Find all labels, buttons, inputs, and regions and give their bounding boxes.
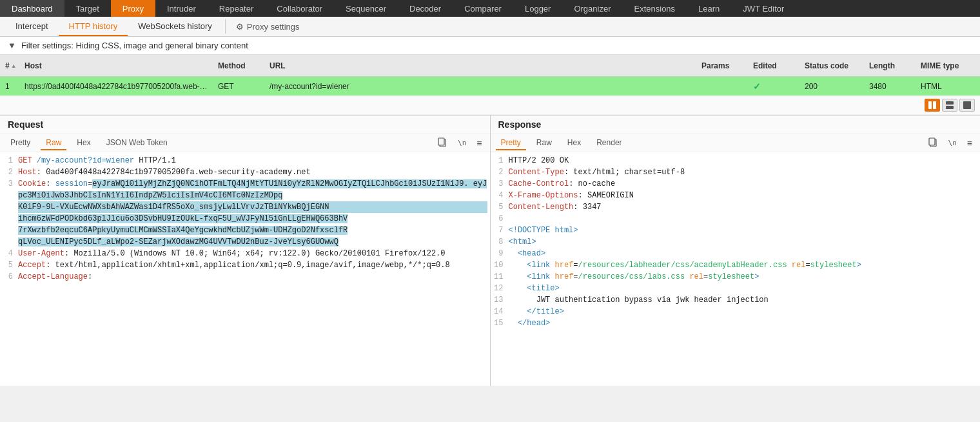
resp-menu-btn[interactable]: ≡ [965,137,975,150]
col-num[interactable]: # ▲ [0,61,19,70]
nav-organizer[interactable]: Organizer [562,0,622,17]
req-line-2: 2 Host: 0ad400f4048a422784c1b977005200fa… [0,166,490,178]
resp-tab-pretty[interactable]: Pretty [496,136,526,150]
http-history-table: # ▲ Host Method URL Params Edited Status… [0,55,980,96]
cell-method: GET [213,82,264,91]
nav-decoder[interactable]: Decoder [398,0,453,17]
resp-line-1: 1 HTTP/2 200 OK [491,155,981,166]
resp-line-11: 11 <link href=/resources/css/labs.css re… [491,271,981,283]
view-buttons-bar [0,96,980,115]
resp-copy-btn[interactable] [925,136,941,150]
resp-line-6: 6 [491,213,981,225]
response-toolbar: Pretty Raw Hex Render \n ≡ [491,134,981,152]
filter-bar[interactable]: ▼ Filter settings: Hiding CSS, image and… [0,37,980,55]
req-line-3d: 7rXwzbfb2eqcuC6APpkyUymuCLMCmWSSIaX4QeYg… [0,225,490,236]
view-split-vertical-btn[interactable] [925,99,940,112]
proxy-settings-label: Proxy settings [247,22,300,32]
col-method[interactable]: Method [213,61,264,70]
req-line-4: 4 User-Agent: Mozilla/5.0 (Windows NT 10… [0,248,490,259]
proxy-settings-btn[interactable]: ⚙ Proxy settings [228,17,308,36]
filter-icon: ▼ [8,41,16,50]
svg-rect-4 [963,101,971,109]
request-toolbar: Pretty Raw Hex JSON Web Token \n ≡ [0,134,490,152]
tab-websockets-history[interactable]: WebSockets history [128,17,222,36]
cell-url: /my-account?id=wiener [264,82,696,91]
response-panel-header: Response [491,116,981,134]
nav-dashboard[interactable]: Dashboard [0,0,64,17]
resp-line-12: 12 <title> [491,283,981,294]
request-panel-header: Request [0,116,490,134]
svg-rect-3 [946,106,954,109]
req-line-6: 6 Accept-Language: [0,271,490,283]
col-params[interactable]: Params [696,61,748,70]
resp-line-4: 4 X-Frame-Options: SAMEORIGIN [491,190,981,201]
nav-repeater[interactable]: Repeater [208,0,265,17]
tab-intercept[interactable]: Intercept [5,17,59,36]
resp-line-14: 14 </title> [491,306,981,317]
col-mime-type[interactable]: MIME type [916,61,980,70]
response-content[interactable]: 1 HTTP/2 200 OK 2 Content-Type: text/htm… [491,152,981,386]
cell-host: https://0ad400f4048a422784c1b977005200fa… [19,82,213,91]
request-content[interactable]: 1 GET /my-account?id=wiener HTTP/1.1 2 H… [0,152,490,386]
cell-status: 200 [799,82,864,91]
req-line-1: 1 GET /my-account?id=wiener HTTP/1.1 [0,155,490,166]
response-panel: Response Pretty Raw Hex Render \n ≡ 1 HT… [491,116,981,386]
resp-line-13: 13 JWT authentication bypass via jwk hea… [491,294,981,306]
col-edited[interactable]: Edited [748,61,799,70]
table-row[interactable]: 1 https://0ad400f4048a422784c1b977005200… [0,77,980,96]
req-tab-jwt[interactable]: JSON Web Token [101,136,173,150]
nav-jwt-editor[interactable]: JWT Editor [731,0,796,17]
resp-tab-render[interactable]: Render [591,136,627,150]
svg-rect-2 [946,101,954,105]
svg-rect-6 [438,138,444,145]
view-single-btn[interactable] [959,99,975,112]
sub-nav: Intercept HTTP history WebSockets histor… [0,17,980,37]
resp-line-3: 3 Cache-Control: no-cache [491,178,981,190]
nav-extensions[interactable]: Extensions [623,0,687,17]
req-line-3b: K0iF9-9L-VXuEcwNWXsbAhWAZWas1D4fRS5oXo_s… [0,201,490,213]
top-nav: Dashboard Target Proxy Intruder Repeater… [0,0,980,17]
view-split-horizontal-btn[interactable] [942,99,957,112]
request-panel: Request Pretty Raw Hex JSON Web Token \n… [0,116,491,386]
resp-tab-raw[interactable]: Raw [531,136,557,150]
nav-collaborator[interactable]: Collaborator [265,0,334,17]
req-newline-btn[interactable]: \n [455,137,469,148]
req-menu-btn[interactable]: ≡ [474,137,484,150]
nav-target[interactable]: Target [64,0,111,17]
svg-rect-0 [928,101,932,109]
resp-newline-btn[interactable]: \n [946,137,959,148]
response-title: Response [498,119,542,130]
panels: Request Pretty Raw Hex JSON Web Token \n… [0,115,980,386]
resp-line-10: 10 <link href=/resources/labheader/css/a… [491,259,981,271]
nav-learn[interactable]: Learn [687,0,731,17]
req-line-3c: ihcm6zWFdPODkbd63plJlcu6o3DSvbHU9IzOUkL-… [0,213,490,225]
req-line-3e: qLVoc_ULENIPyc5DLf_aLWpo2-SEZarjwXOdawzM… [0,236,490,248]
resp-line-5: 5 Content-Length: 3347 [491,201,981,213]
nav-logger[interactable]: Logger [513,0,562,17]
resp-line-9: 9 <head> [491,248,981,259]
col-length[interactable]: Length [864,61,916,70]
filter-text: Filter settings: Hiding CSS, image and g… [21,41,248,50]
sort-icon: ▲ [11,63,17,69]
table-header: # ▲ Host Method URL Params Edited Status… [0,55,980,77]
svg-rect-1 [933,101,936,109]
nav-sequencer[interactable]: Sequencer [334,0,398,17]
col-status-code[interactable]: Status code [799,61,864,70]
nav-intruder[interactable]: Intruder [155,0,208,17]
resp-tab-hex[interactable]: Hex [562,136,586,150]
nav-proxy[interactable]: Proxy [111,0,155,17]
resp-line-2: 2 Content-Type: text/html; charset=utf-8 [491,166,981,178]
tab-http-history[interactable]: HTTP history [59,17,128,36]
col-url[interactable]: URL [264,61,696,70]
req-line-3: 3 Cookie: session=eyJraWQi0ilyMjZhZjQ0NC… [0,178,490,201]
gear-icon: ⚙ [236,22,244,32]
col-host[interactable]: Host [19,61,213,70]
req-tab-pretty[interactable]: Pretty [5,136,35,150]
req-copy-btn[interactable] [435,136,450,150]
resp-line-15: 15 </head> [491,317,981,329]
request-title: Request [8,119,43,130]
req-tab-raw[interactable]: Raw [41,136,66,150]
nav-comparer[interactable]: Comparer [453,0,513,17]
req-tab-hex[interactable]: Hex [72,136,95,150]
resp-line-7: 7 <!DOCTYPE html> [491,225,981,236]
